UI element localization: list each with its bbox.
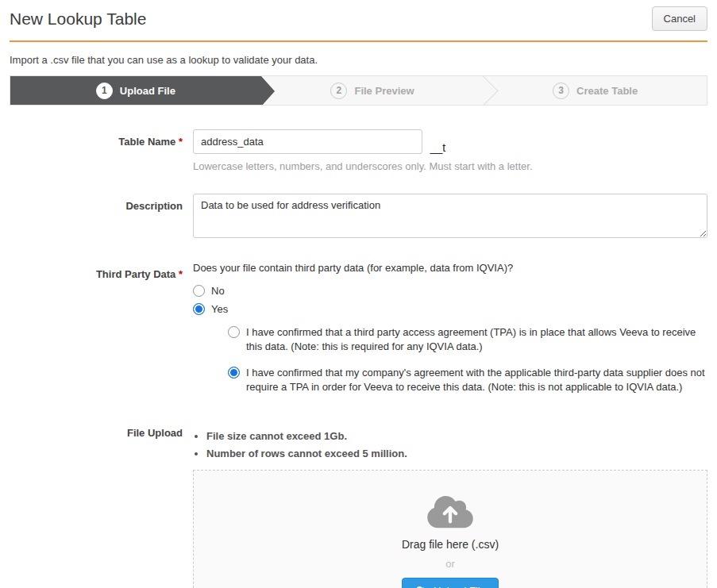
intro-text: Import a .csv file that you can use as a… [10, 54, 707, 66]
required-asterisk: * [179, 136, 183, 148]
radio-no-circle[interactable] [193, 285, 205, 297]
third-party-label: Third Party Data * [10, 262, 193, 406]
step-create-table[interactable]: 3 Create Table [484, 76, 707, 105]
cancel-button[interactable]: Cancel [652, 6, 707, 31]
file-rule-item: Number of rows cannot exceed 5 million. [206, 448, 707, 459]
radio-option-tpa-not-required[interactable]: I have confirmed that my company's agree… [228, 366, 707, 394]
description-label: Description [10, 194, 193, 240]
dropzone-title: Drag file here (.csv) [402, 538, 499, 551]
active-step-arrow [261, 76, 275, 106]
table-name-label: Table Name * [10, 129, 193, 172]
radio-option-label[interactable]: I have confirmed that my company's agree… [246, 366, 707, 394]
table-name-row: Table Name * __t Lowercase letters, numb… [0, 129, 717, 172]
third-party-question: Does your file contain third party data … [193, 262, 707, 274]
table-name-label-text: Table Name [118, 136, 175, 148]
step-label: Upload File [120, 85, 175, 97]
required-asterisk: * [179, 268, 183, 280]
orange-divider [10, 40, 707, 42]
radio-option-label[interactable]: No [211, 284, 225, 298]
file-upload-label: File Upload [10, 425, 193, 588]
page-title: New Lookup Table [10, 6, 146, 29]
dropzone-or-label: or [445, 558, 455, 570]
radio-option-tpa-in-place[interactable]: I have confirmed that a third party acce… [228, 325, 707, 354]
radio-option-no[interactable]: No [193, 284, 707, 298]
table-name-help: Lowercase letters, numbers, and undersco… [193, 160, 707, 172]
step-label: File Preview [354, 85, 414, 97]
file-rule-item: File size cannot exceed 1Gb. [206, 430, 707, 442]
radio-option-label[interactable]: I have confirmed that a third party acce… [246, 325, 707, 354]
step-file-preview[interactable]: 2 File Preview [261, 76, 484, 105]
radio-option-label[interactable]: Yes [211, 302, 228, 316]
form-area: Table Name * __t Lowercase letters, numb… [0, 129, 717, 588]
radio-tpa-in-place-circle[interactable] [228, 326, 240, 338]
radio-tpa-not-required-circle[interactable] [228, 367, 240, 379]
table-name-suffix: __t [430, 141, 445, 154]
upload-file-button[interactable]: Upload File [402, 578, 499, 588]
step-label: Create Table [576, 85, 638, 97]
description-textarea[interactable]: Data to be used for address verification [193, 194, 707, 238]
third-party-sub-options: I have confirmed that a third party acce… [228, 325, 707, 394]
file-dropzone[interactable]: Drag file here (.csv) or Upload File [193, 470, 707, 588]
description-row: Description Data to be used for address … [0, 194, 717, 240]
cloud-upload-icon [427, 494, 473, 530]
table-name-input[interactable] [193, 129, 422, 154]
file-rules-list: File size cannot exceed 1Gb. Number of r… [206, 430, 707, 459]
file-upload-row: File Upload File size cannot exceed 1Gb.… [0, 425, 717, 588]
third-party-row: Third Party Data * Does your file contai… [0, 262, 717, 406]
step-upload-file[interactable]: 1 Upload File [10, 76, 261, 105]
step-number-badge: 3 [553, 83, 569, 99]
radio-option-yes[interactable]: Yes [193, 302, 707, 316]
step-wizard: 1 Upload File 2 File Preview 3 Create Ta… [10, 75, 707, 106]
step-number-badge: 1 [96, 83, 113, 99]
radio-yes-circle[interactable] [193, 303, 205, 315]
upload-button-label: Upload File [434, 585, 486, 588]
third-party-label-text: Third Party Data [96, 268, 175, 280]
page-header: New Lookup Table Cancel [0, 0, 717, 31]
step-number-badge: 2 [330, 83, 347, 99]
